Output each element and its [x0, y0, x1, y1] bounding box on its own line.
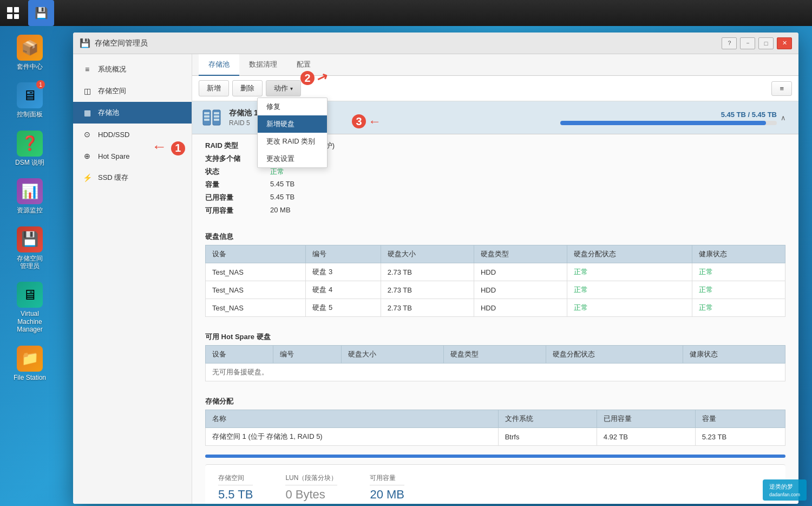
- alloc-fs: Btrfs: [498, 428, 597, 446]
- detail-value: 20 MB: [270, 206, 291, 216]
- col-capacity: 容量: [695, 410, 785, 428]
- hot-spare-table: 设备 编号 硬盘大小 硬盘类型 硬盘分配状态 健康状态 无可用备援硬盘。: [205, 345, 785, 381]
- desktop-icon-control-panel[interactable]: 🖥 1 控制面板: [5, 79, 54, 121]
- desktop-icon-dsm-help[interactable]: ❓ DSM 说明: [5, 127, 54, 170]
- disk-info-table: 设备 编号 硬盘大小 硬盘类型 硬盘分配状态 健康状态 Test_NAS 硬盘 …: [205, 245, 785, 317]
- detail-label: 可用容量: [205, 206, 270, 216]
- stat-lun: LUN（段落分块） 0 Bytes: [285, 473, 337, 502]
- cell-number: 硬盘 3: [306, 263, 381, 281]
- sidebar: ≡ 系统概况 ◫ 存储空间 ▦ 存储池 ⊙ HDD/SSD ⊕ Hot Spar…: [73, 54, 192, 504]
- table-row: Test_NAS 硬盘 5 2.73 TB HDD 正常 正常: [206, 299, 785, 317]
- window-title: 存储空间管理员: [95, 38, 148, 48]
- cell-type: HDD: [474, 263, 567, 281]
- capacity-bar: [560, 121, 777, 125]
- col-health: 健康状态: [683, 346, 785, 364]
- stat-available: 可用容量 20 MB: [370, 473, 404, 502]
- detail-used: 已用容量 5.45 TB: [205, 193, 785, 203]
- desktop-icon-resource-monitor[interactable]: 📊 资源监控: [5, 175, 54, 217]
- sidebar-item-storage-pool[interactable]: ▦ 存储池: [73, 102, 192, 124]
- no-data-row: 无可用备援硬盘。: [206, 364, 785, 381]
- sidebar-item-ssd-cache[interactable]: ⚡ SSD 缓存: [73, 167, 192, 189]
- cell-health: 正常: [692, 263, 785, 281]
- tab-config[interactable]: 配置: [287, 54, 320, 76]
- stat-value: 20 MB: [370, 488, 404, 502]
- ssd-cache-icon: ⚡: [82, 172, 93, 183]
- cell-health: 正常: [692, 281, 785, 299]
- detail-value-status: 正常: [270, 167, 284, 177]
- col-device: 设备: [206, 245, 306, 263]
- col-number: 编号: [273, 346, 341, 364]
- detail-label: 状态: [205, 167, 270, 177]
- col-size: 硬盘大小: [341, 346, 443, 364]
- col-type: 硬盘类型: [443, 346, 546, 364]
- icon-label: 套件中心: [17, 63, 43, 70]
- svg-rect-6: [214, 115, 219, 118]
- desktop-icon-file-station[interactable]: 📁 File Station: [5, 342, 54, 385]
- sidebar-item-hot-spare[interactable]: ⊕ Hot Spare: [73, 145, 192, 167]
- detail-value: 5.45 TB: [270, 193, 294, 203]
- desktop-icon-vm-manager[interactable]: 🖥 Virtual MachineManager: [5, 278, 54, 336]
- icon-label: 存储空间管理员: [17, 255, 43, 270]
- main-content: 存储池 数据清理 配置 新增 删除 动作 ▾ ≡ 修复 新增硬盘: [192, 54, 798, 504]
- minimize-button[interactable]: －: [740, 37, 755, 49]
- col-health: 健康状态: [692, 245, 785, 263]
- desktop-icon-storage-manager[interactable]: 💾 存储空间管理员: [5, 223, 54, 274]
- dropdown-item-repair[interactable]: 修复: [258, 98, 327, 115]
- sidebar-label: 系统概况: [98, 64, 126, 74]
- cell-alloc: 正常: [567, 281, 692, 299]
- detail-available: 可用容量 20 MB: [205, 206, 785, 216]
- col-type: 硬盘类型: [474, 245, 567, 263]
- table-row: Test_NAS 硬盘 4 2.73 TB HDD 正常 正常: [206, 281, 785, 299]
- sidebar-label: 存储池: [98, 108, 119, 118]
- sidebar-item-storage-space[interactable]: ◫ 存储空间: [73, 80, 192, 102]
- storage-alloc-title: 存储分配: [192, 390, 798, 410]
- detail-label: 容量: [205, 180, 270, 190]
- view-toggle-button[interactable]: ≡: [771, 81, 792, 96]
- delete-button[interactable]: 删除: [232, 80, 263, 96]
- dropdown-item-add-disk[interactable]: 新增硬盘: [258, 115, 327, 133]
- start-menu-button[interactable]: [0, 0, 26, 26]
- main-window: 💾 存储空间管理员 ？ － □ ✕ ≡ 系统概况 ◫ 存储空间 ▦ 存储池: [73, 33, 798, 504]
- collapse-button[interactable]: ∧: [777, 111, 790, 124]
- help-button[interactable]: ？: [722, 37, 737, 49]
- detail-label: 已用容量: [205, 193, 270, 203]
- cell-health: 正常: [692, 299, 785, 317]
- detail-value: 5.45 TB: [270, 180, 294, 190]
- storage-space-icon: ◫: [82, 86, 93, 96]
- sidebar-item-system-overview[interactable]: ≡ 系统概况: [73, 59, 192, 80]
- sidebar-label: 存储空间: [98, 86, 126, 96]
- storage-manager-taskbar-icon[interactable]: 💾: [28, 0, 54, 26]
- cell-device: Test_NAS: [206, 263, 306, 281]
- tab-data-scrubbing[interactable]: 数据清理: [239, 54, 287, 76]
- action-button[interactable]: 动作 ▾: [266, 80, 301, 96]
- icon-label: File Station: [14, 374, 46, 381]
- no-data-cell: 无可用备援硬盘。: [206, 364, 785, 381]
- tab-storage-pool[interactable]: 存储池: [199, 54, 239, 76]
- icon-label: 控制面板: [17, 111, 43, 118]
- sidebar-label: HDD/SSD: [98, 131, 130, 139]
- sidebar-label: SSD 缓存: [98, 173, 128, 183]
- detail-status: 状态 正常: [205, 167, 785, 177]
- cell-device: Test_NAS: [206, 299, 306, 317]
- sidebar-item-hdd-ssd[interactable]: ⊙ HDD/SSD: [73, 124, 192, 145]
- cell-number: 硬盘 5: [306, 299, 381, 317]
- maximize-button[interactable]: □: [758, 37, 774, 49]
- storage-pool-icon: ▦: [82, 107, 93, 118]
- add-button[interactable]: 新增: [199, 80, 229, 96]
- svg-rect-7: [214, 119, 219, 121]
- desktop-icon-package-center[interactable]: 📦 套件中心: [5, 31, 54, 74]
- hot-spare-icon: ⊕: [82, 151, 93, 161]
- toolbar: 新增 删除 动作 ▾ ≡ 修复 新增硬盘 更改 RAID 类别 更改设置: [192, 76, 798, 101]
- close-button[interactable]: ✕: [777, 37, 792, 49]
- dropdown-item-change-settings[interactable]: 更改设置: [258, 150, 327, 167]
- dropdown-item-change-raid[interactable]: 更改 RAID 类别: [258, 133, 327, 150]
- grid-icon: [7, 7, 19, 19]
- stat-label: LUN（段落分块）: [285, 473, 337, 485]
- alloc-used: 4.92 TB: [597, 428, 695, 446]
- watermark: 逆类的梦dadanfan.com: [763, 479, 807, 501]
- svg-rect-1: [204, 112, 209, 114]
- pool-capacity-text: 5.45 TB / 5.45 TB: [560, 111, 777, 119]
- cell-size: 2.73 TB: [381, 299, 474, 317]
- system-overview-icon: ≡: [82, 64, 93, 75]
- bottom-stats: 存储空间 5.5 TB LUN（段落分块） 0 Bytes 可用容量 20 MB: [205, 464, 785, 504]
